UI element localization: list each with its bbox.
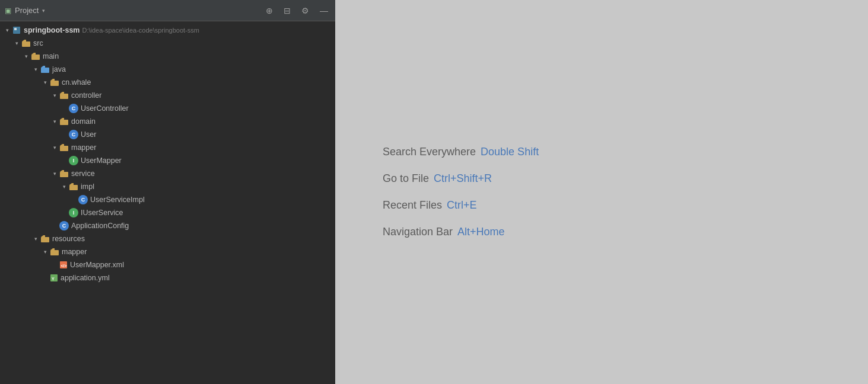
tree-item-application-yml[interactable]: Y application.yml (0, 271, 335, 284)
tree-item-iuserservice[interactable]: I IUserService (0, 206, 335, 219)
svg-rect-9 (60, 172, 68, 177)
tree-item-root[interactable]: ▾ springboot-ssm D:\idea-space\idea-code… (0, 24, 335, 37)
arrow-down-icon: ▾ (42, 8, 45, 14)
root-path: D:\idea-space\idea-code\springboot-ssm (82, 27, 199, 34)
folder-impl-icon (69, 182, 78, 191)
svg-text:Y: Y (52, 277, 55, 281)
tree-item-cn-whale[interactable]: ▾ cn.whale (0, 76, 335, 89)
recent-files-key: Ctrl+E (447, 199, 477, 212)
layout-icon[interactable]: ⊟ (281, 5, 293, 17)
tree-item-controller[interactable]: ▾ controller (0, 89, 335, 102)
shortcut-row-search: Search Everywhere Double Shift (383, 146, 539, 158)
tree-item-user[interactable]: C User (0, 128, 335, 141)
shortcut-row-goto: Go to File Ctrl+Shift+R (383, 172, 492, 185)
tree-item-applicationconfig[interactable]: C ApplicationConfig (0, 219, 335, 232)
svg-rect-0 (13, 27, 20, 34)
globe-icon[interactable]: ⊕ (263, 5, 275, 17)
svg-rect-5 (50, 81, 59, 86)
arrow-root: ▾ (2, 25, 12, 35)
module-icon (12, 25, 21, 35)
arrow-resources: ▾ (31, 234, 40, 244)
arrow-main: ▾ (21, 52, 31, 61)
svg-rect-6 (60, 94, 68, 99)
class-badge-userserviceimpl: C (78, 195, 88, 204)
goto-file-key: Ctrl+Shift+R (434, 172, 492, 185)
tree-item-usermapper[interactable]: I UserMapper (0, 154, 335, 167)
folder-mapper-resources-icon (50, 247, 59, 257)
tree-item-java[interactable]: ▾ java (0, 63, 335, 76)
navigation-bar-label: Navigation Bar (383, 226, 453, 238)
cn-whale-label: cn.whale (62, 78, 91, 87)
folder-controller-icon (59, 91, 69, 100)
arrow-src: ▾ (12, 39, 21, 48)
src-label: src (33, 39, 43, 47)
tree-item-resources[interactable]: ▾ resources (0, 232, 335, 245)
svg-rect-3 (31, 55, 40, 60)
arrow-service: ▾ (50, 169, 59, 178)
folder-java-icon (40, 65, 50, 74)
toolbar: ▣ Project ▾ ⊕ ⊟ ⚙ — (0, 0, 335, 21)
folder-resources-icon (40, 234, 50, 244)
applicationconfig-label: ApplicationConfig (71, 222, 129, 230)
toolbar-icons: ⊕ ⊟ ⚙ — (263, 5, 330, 17)
tree-item-usermapper-xml[interactable]: </> UserMapper.xml (0, 258, 335, 271)
settings-icon[interactable]: ⚙ (299, 5, 311, 17)
minimize-icon[interactable]: — (317, 5, 330, 17)
navigation-bar-key: Alt+Home (457, 226, 505, 238)
controller-label: controller (71, 91, 101, 100)
project-title-label: Project (15, 6, 39, 15)
userserviceimpl-label: UserServiceImpl (90, 196, 145, 204)
resources-label: resources (52, 235, 85, 243)
search-everywhere-label: Search Everywhere (383, 146, 476, 158)
shortcut-row-navbar: Navigation Bar Alt+Home (383, 226, 505, 238)
svg-rect-11 (41, 237, 49, 242)
svg-rect-10 (69, 185, 78, 190)
recent-files-label: Recent Files (383, 199, 442, 212)
impl-label: impl (81, 183, 94, 191)
svg-rect-4 (41, 68, 49, 73)
tree-item-userserviceimpl[interactable]: C UserServiceImpl (0, 193, 335, 206)
usercontroller-label: UserController (81, 104, 129, 113)
tree-item-domain[interactable]: ▾ domain (0, 115, 335, 128)
user-label: User (81, 130, 96, 139)
interface-badge-iuserservice: I (69, 208, 78, 217)
tree-item-service[interactable]: ▾ service (0, 167, 335, 180)
tree-item-mapper-resources[interactable]: ▾ mapper (0, 245, 335, 258)
left-panel: ▣ Project ▾ ⊕ ⊟ ⚙ — ▾ springboot-ssm D:\… (0, 0, 335, 384)
mapper-label: mapper (71, 143, 96, 152)
svg-rect-12 (50, 250, 59, 255)
class-badge-usercontroller: C (69, 104, 78, 113)
tree-item-impl[interactable]: ▾ impl (0, 180, 335, 193)
arrow-cn-whale: ▾ (40, 78, 50, 87)
folder-src-icon (21, 39, 31, 48)
xml-file-icon: </> (59, 261, 68, 269)
arrow-controller: ▾ (50, 91, 59, 100)
usermapper-xml-label: UserMapper.xml (70, 261, 124, 269)
service-label: service (71, 169, 95, 178)
arrow-mapper-resources: ▾ (40, 247, 50, 257)
folder-mapper-icon (59, 143, 69, 152)
toolbar-title: ▣ Project ▾ (5, 6, 259, 15)
svg-rect-2 (22, 41, 30, 47)
project-tree[interactable]: ▾ springboot-ssm D:\idea-space\idea-code… (0, 21, 335, 384)
root-label: springboot-ssm (24, 26, 80, 34)
usermapper-label: UserMapper (81, 156, 122, 165)
arrow-mapper: ▾ (50, 143, 59, 152)
tree-item-src[interactable]: ▾ src (0, 37, 335, 50)
class-badge-applicationconfig: C (59, 221, 69, 231)
search-everywhere-key: Double Shift (481, 146, 539, 158)
arrow-domain: ▾ (50, 117, 59, 126)
java-label: java (52, 65, 66, 73)
iuserservice-label: IUserService (81, 209, 123, 217)
yml-file-icon: Y (50, 274, 58, 282)
project-folder-icon: ▣ (5, 7, 11, 15)
application-yml-label: application.yml (61, 274, 110, 282)
tree-item-mapper[interactable]: ▾ mapper (0, 141, 335, 154)
folder-main-icon (31, 52, 40, 61)
right-panel: Search Everywhere Double Shift Go to Fil… (335, 0, 868, 384)
tree-item-usercontroller[interactable]: C UserController (0, 102, 335, 115)
svg-rect-1 (14, 28, 17, 30)
interface-badge-usermapper: I (69, 156, 78, 165)
tree-item-main[interactable]: ▾ main (0, 50, 335, 63)
class-badge-user: C (69, 130, 78, 139)
